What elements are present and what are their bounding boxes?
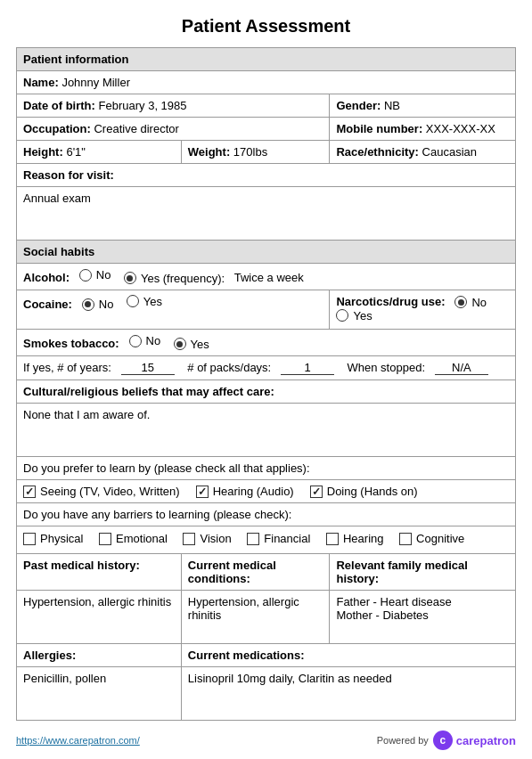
reason-label-cell: Reason for visit: [17,164,516,187]
allergies-value-cell: Penicillin, pollen [17,666,182,720]
cocaine-yes-label: Yes [143,295,162,308]
cocaine-yes-group: Yes [127,295,162,308]
cocaine-cell: Cocaine: No Yes [17,290,330,330]
allergies-value: Penicillin, pollen [23,672,106,685]
family-medical-header: Relevant family medical history: [330,553,516,590]
alcohol-yes-radio[interactable] [124,272,136,284]
narcotics-cell: Narcotics/drug use: No Yes [330,290,516,330]
prefer-learn-label-cell: Do you prefer to learn by (please check … [17,456,516,479]
barriers-label-cell: Do you have any barriers to learning (pl… [17,503,516,526]
hearing-barrier-label: Hearing [343,532,384,545]
narcotics-no-label: No [471,296,487,309]
dob-value: February 3, 1985 [99,99,187,112]
narcotics-yes-group: Yes [336,309,372,322]
smokes-cell: Smokes tobacco: No Yes [17,330,516,356]
narcotics-no-radio[interactable] [454,296,467,308]
hearing-barrier-checkbox[interactable] [326,533,339,545]
allergies-header-cell: Allergies: [17,643,182,666]
occupation-label: Occupation: [23,122,91,135]
mobile-label: Mobile number: [336,122,422,135]
height-label: Height: [23,145,63,159]
powered-by: Powered by c carepatron [377,730,516,750]
hearing-barrier-group: Hearing [326,532,384,545]
page: Patient Assessment Patient information N… [0,0,532,759]
emotional-barrier-group: Emotional [99,532,168,545]
cocaine-no-label: No [99,298,114,311]
social-habits-header: Social habits [17,241,516,264]
cocaine-label: Cocaine: [23,297,72,310]
emotional-checkbox[interactable] [99,533,111,545]
cultural-label-cell: Cultural/religious beliefs that may affe… [17,380,516,403]
powered-by-text: Powered by [377,735,429,746]
alcohol-no-group: No [79,268,111,282]
carepatron-logo: c carepatron [433,730,516,750]
narcotics-label: Narcotics/drug use: [336,295,445,308]
smokes-yes-radio[interactable] [174,338,186,350]
weight-value: 170lbs [233,145,267,159]
seeing-group: Seeing (TV, Video, Written) [23,485,180,498]
alcohol-yes-group: Yes (frequency): [124,272,225,285]
medical-header-row: Past medical history: Current medical co… [17,553,516,590]
alcohol-freq-value: Twice a week [234,271,304,284]
seeing-checkbox[interactable] [23,486,36,498]
stopped-value: N/A [435,361,488,375]
narcotics-yes-radio[interactable] [336,309,348,322]
patient-info-header-row: Patient information [17,48,516,71]
height-value: 6'1" [66,145,86,159]
past-medical-header: Past medical history: [17,553,182,590]
years-value: 15 [121,361,175,375]
family-medical-value: Father - Heart diseaseMother - Diabetes [336,595,451,622]
brand-name: carepatron [456,734,516,747]
dob-gender-row: Date of birth: February 3, 1985 Gender: … [17,94,516,118]
medications-value-cell: Lisinopril 10mg daily, Claritin as neede… [181,666,515,720]
barriers-label-row: Do you have any barriers to learning (pl… [17,503,516,526]
social-habits-header-row: Social habits [17,241,516,264]
current-medical-value: Hypertension, allergic rhinitis [188,595,299,622]
gender-label: Gender: [336,99,381,112]
cultural-value-cell: None that I am aware of. [17,403,516,456]
cultural-value-row: None that I am aware of. [17,403,516,456]
carepatron-icon: c [433,730,453,750]
current-medical-cell: Hypertension, allergic rhinitis [181,590,330,643]
height-weight-race-row: Height: 6'1" Weight: 170lbs Race/ethnici… [17,141,516,164]
physical-barrier-group: Physical [23,532,83,545]
weight-cell: Weight: 170lbs [181,141,330,164]
family-medical-label: Relevant family medical history: [336,559,467,585]
allergies-label: Allergies: [23,649,76,662]
physical-checkbox[interactable] [23,533,36,545]
reason-label-row: Reason for visit: [17,164,516,187]
hearing-group: Hearing (Audio) [196,485,294,498]
smokes-no-radio[interactable] [129,335,142,347]
allergies-medications-header-row: Allergies: Current medications: [17,643,516,666]
mobile-value: XXX-XXX-XX [426,122,495,135]
cocaine-no-radio[interactable] [82,298,94,311]
years-packs-row: If yes, # of years: 15 # of packs/days: … [17,355,516,380]
doing-checkbox[interactable] [310,486,323,498]
cocaine-no-group: No [82,298,114,311]
race-cell: Race/ethnicity: Caucasian [330,141,516,164]
smokes-yes-label: Yes [191,338,209,351]
hearing-label: Hearing (Audio) [213,485,294,498]
years-packs-cell: If yes, # of years: 15 # of packs/days: … [17,355,516,380]
current-medical-header: Current medical conditions: [181,553,330,590]
race-label: Race/ethnicity: [336,145,418,159]
height-cell: Height: 6'1" [17,141,182,164]
barriers-check-row: Physical Emotional Vision Financial Hear… [17,526,516,554]
alcohol-no-radio[interactable] [79,269,92,282]
allergies-medications-values-row: Penicillin, pollen Lisinopril 10mg daily… [17,666,516,720]
prefer-learn-check-row: Seeing (TV, Video, Written) Hearing (Aud… [17,479,516,503]
cocaine-yes-radio[interactable] [127,295,139,307]
financial-checkbox[interactable] [247,533,259,545]
financial-label: Financial [264,532,310,545]
cultural-label: Cultural/religious beliefs that may affe… [23,385,274,398]
current-medical-label: Current medical conditions: [188,559,276,585]
alcohol-row: Alcohol: No Yes (frequency): Twice a wee… [17,264,516,290]
cognitive-checkbox[interactable] [399,533,412,545]
mobile-cell: Mobile number: XXX-XXX-XX [330,118,516,141]
dob-cell: Date of birth: February 3, 1985 [17,94,330,118]
hearing-checkbox[interactable] [196,486,209,498]
footer-link[interactable]: https://www.carepatron.com/ [16,735,140,746]
vision-checkbox[interactable] [183,533,195,545]
past-medical-label: Past medical history: [23,559,140,572]
smokes-no-group: No [129,334,161,347]
